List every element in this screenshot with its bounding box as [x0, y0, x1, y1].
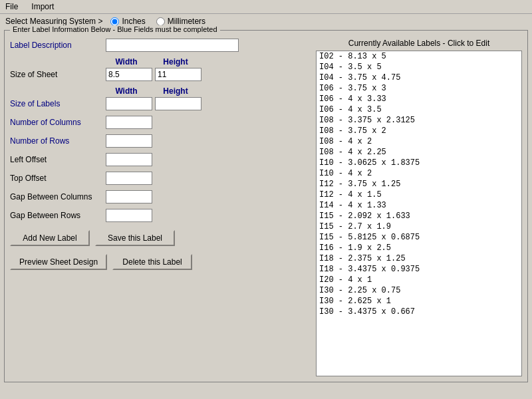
list-item[interactable]: I08 - 4 x 2.25 — [317, 147, 521, 158]
list-item[interactable]: I12 - 4 x 1.5 — [317, 190, 521, 200]
list-item[interactable]: I02 - 8.13 x 5 — [317, 51, 521, 62]
sheet-size-headers: Width Height — [103, 57, 311, 66]
num-rows-row: Number of Rows — [10, 134, 311, 148]
left-offset-row: Left Offset — [10, 153, 311, 166]
list-item[interactable]: I18 - 2.375 x 1.25 — [317, 253, 521, 264]
left-offset-input[interactable] — [106, 153, 152, 166]
menu-file[interactable]: File — [3, 1, 21, 12]
list-item[interactable]: I15 - 5.8125 x 0.6875 — [317, 232, 521, 243]
button-row-2: Preview Sheet Design Delete this Label — [10, 254, 311, 270]
label-description-row: Label Description — [10, 39, 311, 52]
list-item[interactable]: I14 - 4 x 1.33 — [317, 200, 521, 211]
main-panel: Enter Label Information Below - Blue Fie… — [4, 30, 528, 382]
label-size-headers: Width Height — [103, 86, 311, 96]
menubar: File Import — [0, 0, 532, 14]
gap-rows-row: Gap Between Rows — [10, 209, 311, 222]
list-item[interactable]: I15 - 2.092 x 1.633 — [317, 211, 521, 221]
list-item[interactable]: I16 - 1.9 x 2.5 — [317, 243, 521, 253]
list-item[interactable]: I10 - 4 x 2 — [317, 168, 521, 179]
list-item[interactable]: I04 - 3.5 x 5 — [317, 62, 521, 72]
form-section: Label Description Width Height Size of S… — [10, 39, 311, 376]
size-of-sheet-label: Size of Sheet — [10, 70, 103, 79]
sheet-height-header: Height — [152, 57, 199, 66]
list-item[interactable]: I06 - 4 x 3.5 — [317, 104, 521, 115]
delete-label-button[interactable]: Delete this Label — [112, 254, 192, 270]
list-item[interactable]: I18 - 3.4375 x 0.9375 — [317, 264, 521, 275]
radio-inches-label: Inches — [122, 17, 145, 26]
gap-rows-label: Gap Between Rows — [10, 211, 103, 220]
add-new-label-button[interactable]: Add New Label — [10, 230, 90, 246]
menu-import[interactable]: Import — [29, 1, 57, 12]
list-item[interactable]: I12 - 3.75 x 1.25 — [317, 179, 521, 190]
label-width-input[interactable] — [106, 97, 152, 110]
list-item[interactable]: I08 - 3.375 x 2.3125 — [317, 115, 521, 126]
label-description-label: Label Description — [10, 41, 103, 50]
radio-group-units: Inches Millimeters — [110, 17, 205, 26]
size-of-sheet-row: Size of Sheet — [10, 68, 311, 81]
list-item[interactable]: I10 - 3.0625 x 1.8375 — [317, 158, 521, 168]
label-height-header: Height — [152, 86, 199, 96]
size-of-labels-label: Size of Labels — [10, 99, 103, 108]
top-offset-input[interactable] — [106, 172, 152, 185]
label-description-input[interactable] — [106, 39, 239, 52]
size-of-labels-row: Size of Labels — [10, 97, 311, 110]
labels-listbox[interactable]: I02 - 8.13 x 5I04 - 3.5 x 5I04 - 3.75 x … — [316, 51, 522, 376]
panel-title: Enter Label Information Below - Blue Fie… — [10, 25, 220, 33]
label-width-header: Width — [103, 86, 150, 96]
top-offset-row: Top Offset — [10, 172, 311, 185]
list-item[interactable]: I08 - 3.75 x 2 — [317, 126, 521, 136]
num-columns-row: Number of Columns — [10, 116, 311, 129]
gap-columns-input[interactable] — [106, 190, 152, 203]
button-row-1: Add New Label Save this Label — [10, 230, 311, 246]
list-item[interactable]: I06 - 4 x 3.33 — [317, 94, 521, 104]
radio-millimeters[interactable]: Millimeters — [156, 17, 205, 26]
num-columns-label: Number of Columns — [10, 118, 103, 127]
radio-inches-input[interactable] — [110, 17, 119, 26]
list-item[interactable]: I30 - 3.4375 x 0.667 — [317, 307, 521, 317]
list-item[interactable]: I15 - 2.7 x 1.9 — [317, 221, 521, 232]
save-label-button[interactable]: Save this Label — [95, 230, 175, 246]
left-offset-label: Left Offset — [10, 155, 103, 164]
list-item[interactable]: I30 - 2.25 x 0.75 — [317, 285, 521, 296]
num-rows-input[interactable] — [106, 134, 152, 148]
sheet-width-input[interactable] — [106, 68, 152, 81]
preview-sheet-button[interactable]: Preview Sheet Design — [10, 254, 107, 270]
label-height-input[interactable] — [155, 97, 201, 110]
measuring-system-label: Select Measuring System > — [5, 17, 102, 26]
radio-millimeters-input[interactable] — [156, 17, 165, 26]
sheet-width-header: Width — [103, 57, 150, 66]
sheet-height-input[interactable] — [155, 68, 201, 81]
list-item[interactable]: I20 - 4 x 1 — [317, 275, 521, 285]
list-title: Currently Available Labels - Click to Ed… — [316, 39, 522, 48]
list-item[interactable]: I06 - 3.75 x 3 — [317, 83, 521, 94]
list-item[interactable]: I08 - 4 x 2 — [317, 136, 521, 147]
labels-list-section: Currently Available Labels - Click to Ed… — [316, 39, 522, 376]
gap-columns-row: Gap Between Columns — [10, 190, 311, 203]
radio-inches[interactable]: Inches — [110, 17, 145, 26]
radio-millimeters-label: Millimeters — [168, 17, 205, 26]
num-columns-input[interactable] — [106, 116, 152, 129]
gap-columns-label: Gap Between Columns — [10, 192, 103, 201]
top-offset-label: Top Offset — [10, 174, 103, 183]
gap-rows-input[interactable] — [106, 209, 152, 222]
num-rows-label: Number of Rows — [10, 136, 103, 146]
list-item[interactable]: I04 - 3.75 x 4.75 — [317, 72, 521, 83]
list-item[interactable]: I30 - 2.625 x 1 — [317, 296, 521, 307]
